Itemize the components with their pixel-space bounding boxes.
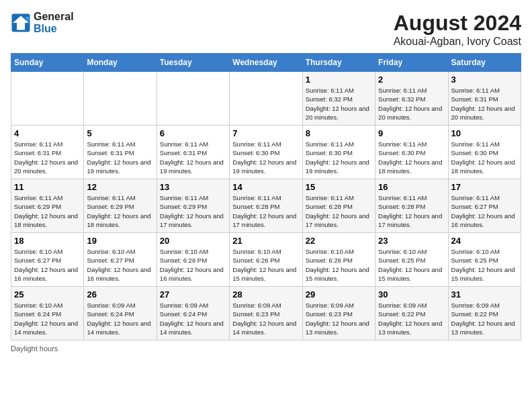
day-number: 11 <box>14 182 81 192</box>
calendar-week-5: 25Sunrise: 6:10 AM Sunset: 6:24 PM Dayli… <box>11 287 521 340</box>
day-number: 3 <box>451 75 518 85</box>
day-info: Sunrise: 6:11 AM Sunset: 6:28 PM Dayligh… <box>306 193 372 229</box>
page-header: General Blue August 2024 Akouai-Agban, I… <box>11 11 521 48</box>
header-thursday: Thursday <box>302 54 375 72</box>
calendar-cell: 4Sunrise: 6:11 AM Sunset: 6:31 PM Daylig… <box>11 126 84 179</box>
day-number: 4 <box>14 128 81 138</box>
day-info: Sunrise: 6:11 AM Sunset: 6:29 PM Dayligh… <box>14 193 81 229</box>
calendar-cell: 19Sunrise: 6:10 AM Sunset: 6:27 PM Dayli… <box>84 233 157 287</box>
calendar-cell: 16Sunrise: 6:11 AM Sunset: 6:28 PM Dayli… <box>375 179 448 233</box>
logo-name2: Blue <box>34 23 74 35</box>
header-tuesday: Tuesday <box>157 54 229 72</box>
header-wednesday: Wednesday <box>230 54 302 72</box>
calendar-cell <box>230 72 302 126</box>
calendar-cell <box>11 72 84 126</box>
day-number: 2 <box>378 75 445 85</box>
calendar-cell: 5Sunrise: 6:11 AM Sunset: 6:31 PM Daylig… <box>84 126 157 179</box>
calendar-cell: 29Sunrise: 6:09 AM Sunset: 6:23 PM Dayli… <box>302 287 375 340</box>
day-number: 15 <box>306 182 372 192</box>
day-number: 22 <box>306 236 372 246</box>
footer: Daylight hours <box>11 345 521 353</box>
header-monday: Monday <box>84 54 157 72</box>
calendar-header-row: SundayMondayTuesdayWednesdayThursdayFrid… <box>11 54 521 72</box>
day-number: 25 <box>14 289 81 300</box>
calendar-cell: 3Sunrise: 6:11 AM Sunset: 6:31 PM Daylig… <box>448 72 521 126</box>
calendar-cell: 18Sunrise: 6:10 AM Sunset: 6:27 PM Dayli… <box>11 233 84 287</box>
day-info: Sunrise: 6:10 AM Sunset: 6:25 PM Dayligh… <box>451 247 518 283</box>
day-number: 30 <box>378 289 445 300</box>
day-info: Sunrise: 6:10 AM Sunset: 6:27 PM Dayligh… <box>14 247 81 283</box>
day-info: Sunrise: 6:10 AM Sunset: 6:24 PM Dayligh… <box>14 301 81 336</box>
day-info: Sunrise: 6:10 AM Sunset: 6:26 PM Dayligh… <box>160 247 226 283</box>
calendar-cell: 10Sunrise: 6:11 AM Sunset: 6:30 PM Dayli… <box>448 126 521 179</box>
day-info: Sunrise: 6:11 AM Sunset: 6:30 PM Dayligh… <box>378 140 445 175</box>
calendar-week-4: 18Sunrise: 6:10 AM Sunset: 6:27 PM Dayli… <box>11 233 521 287</box>
calendar-cell <box>84 72 157 126</box>
day-info: Sunrise: 6:11 AM Sunset: 6:31 PM Dayligh… <box>451 86 518 122</box>
day-number: 14 <box>232 182 299 192</box>
day-number: 27 <box>160 289 226 300</box>
day-number: 31 <box>451 289 518 300</box>
calendar-week-1: 1Sunrise: 6:11 AM Sunset: 6:32 PM Daylig… <box>11 72 521 126</box>
calendar-cell: 22Sunrise: 6:10 AM Sunset: 6:26 PM Dayli… <box>302 233 375 287</box>
day-number: 1 <box>306 75 372 85</box>
calendar-cell: 30Sunrise: 6:09 AM Sunset: 6:22 PM Dayli… <box>375 287 448 340</box>
day-number: 12 <box>87 182 153 192</box>
calendar-cell: 21Sunrise: 6:10 AM Sunset: 6:26 PM Dayli… <box>230 233 302 287</box>
day-info: Sunrise: 6:11 AM Sunset: 6:30 PM Dayligh… <box>451 140 518 175</box>
day-info: Sunrise: 6:11 AM Sunset: 6:29 PM Dayligh… <box>160 193 226 229</box>
day-info: Sunrise: 6:09 AM Sunset: 6:23 PM Dayligh… <box>306 301 372 336</box>
day-info: Sunrise: 6:11 AM Sunset: 6:30 PM Dayligh… <box>306 140 372 175</box>
day-info: Sunrise: 6:11 AM Sunset: 6:28 PM Dayligh… <box>378 193 445 229</box>
day-info: Sunrise: 6:11 AM Sunset: 6:31 PM Dayligh… <box>160 140 226 175</box>
calendar-week-2: 4Sunrise: 6:11 AM Sunset: 6:31 PM Daylig… <box>11 126 521 179</box>
calendar-cell: 7Sunrise: 6:11 AM Sunset: 6:30 PM Daylig… <box>230 126 302 179</box>
calendar-cell: 8Sunrise: 6:11 AM Sunset: 6:30 PM Daylig… <box>302 126 375 179</box>
calendar-cell: 28Sunrise: 6:09 AM Sunset: 6:23 PM Dayli… <box>230 287 302 340</box>
day-info: Sunrise: 6:10 AM Sunset: 6:25 PM Dayligh… <box>378 247 445 283</box>
day-number: 21 <box>232 236 299 246</box>
day-number: 9 <box>378 128 445 138</box>
day-number: 20 <box>160 236 226 246</box>
calendar-cell: 26Sunrise: 6:09 AM Sunset: 6:24 PM Dayli… <box>84 287 157 340</box>
logo-icon <box>11 13 31 33</box>
day-info: Sunrise: 6:09 AM Sunset: 6:23 PM Dayligh… <box>232 301 299 336</box>
page-subtitle: Akouai-Agban, Ivory Coast <box>394 36 521 48</box>
day-info: Sunrise: 6:11 AM Sunset: 6:31 PM Dayligh… <box>87 140 153 175</box>
day-number: 8 <box>306 128 372 138</box>
title-block: August 2024 Akouai-Agban, Ivory Coast <box>394 11 521 48</box>
day-info: Sunrise: 6:10 AM Sunset: 6:26 PM Dayligh… <box>306 247 372 283</box>
day-info: Sunrise: 6:11 AM Sunset: 6:28 PM Dayligh… <box>232 193 299 229</box>
calendar-cell: 15Sunrise: 6:11 AM Sunset: 6:28 PM Dayli… <box>302 179 375 233</box>
day-number: 10 <box>451 128 518 138</box>
day-info: Sunrise: 6:11 AM Sunset: 6:31 PM Dayligh… <box>14 140 81 175</box>
day-number: 13 <box>160 182 226 192</box>
day-number: 29 <box>306 289 372 300</box>
day-info: Sunrise: 6:10 AM Sunset: 6:26 PM Dayligh… <box>232 247 299 283</box>
page-title: August 2024 <box>394 11 521 36</box>
day-info: Sunrise: 6:09 AM Sunset: 6:22 PM Dayligh… <box>451 301 518 336</box>
header-saturday: Saturday <box>448 54 521 72</box>
calendar-cell <box>157 72 229 126</box>
day-info: Sunrise: 6:11 AM Sunset: 6:32 PM Dayligh… <box>378 86 445 122</box>
day-number: 26 <box>87 289 153 300</box>
day-number: 17 <box>451 182 518 192</box>
calendar-cell: 11Sunrise: 6:11 AM Sunset: 6:29 PM Dayli… <box>11 179 84 233</box>
logo-name1: General <box>34 11 74 23</box>
calendar-cell: 31Sunrise: 6:09 AM Sunset: 6:22 PM Dayli… <box>448 287 521 340</box>
day-info: Sunrise: 6:11 AM Sunset: 6:27 PM Dayligh… <box>451 193 518 229</box>
day-number: 7 <box>232 128 299 138</box>
logo: General Blue <box>11 11 74 34</box>
calendar-cell: 23Sunrise: 6:10 AM Sunset: 6:25 PM Dayli… <box>375 233 448 287</box>
calendar-cell: 13Sunrise: 6:11 AM Sunset: 6:29 PM Dayli… <box>157 179 229 233</box>
calendar-cell: 1Sunrise: 6:11 AM Sunset: 6:32 PM Daylig… <box>302 72 375 126</box>
header-friday: Friday <box>375 54 448 72</box>
calendar-cell: 12Sunrise: 6:11 AM Sunset: 6:29 PM Dayli… <box>84 179 157 233</box>
day-info: Sunrise: 6:09 AM Sunset: 6:24 PM Dayligh… <box>160 301 226 336</box>
calendar-cell: 20Sunrise: 6:10 AM Sunset: 6:26 PM Dayli… <box>157 233 229 287</box>
day-number: 28 <box>232 289 299 300</box>
calendar-cell: 24Sunrise: 6:10 AM Sunset: 6:25 PM Dayli… <box>448 233 521 287</box>
calendar-cell: 17Sunrise: 6:11 AM Sunset: 6:27 PM Dayli… <box>448 179 521 233</box>
day-info: Sunrise: 6:10 AM Sunset: 6:27 PM Dayligh… <box>87 247 153 283</box>
day-number: 23 <box>378 236 445 246</box>
